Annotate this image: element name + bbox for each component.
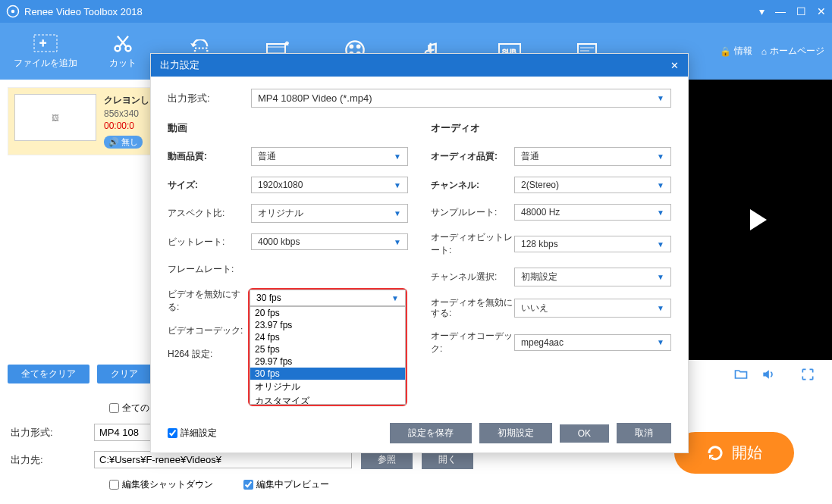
opt-25fps[interactable]: 25 fps	[250, 343, 405, 355]
save-settings-button[interactable]: 設定を保存	[390, 423, 472, 443]
framerate-dropdown: 30 fps▼ 20 fps 23.97 fps 24 fps 25 fps 2…	[248, 288, 407, 406]
aspect-select[interactable]: オリジナル▼	[251, 204, 408, 223]
cancel-button[interactable]: 取消	[617, 423, 671, 443]
audio-disable-select[interactable]: いいえ▼	[514, 299, 671, 318]
framerate-select[interactable]: 30 fps▼	[250, 290, 406, 306]
opt-custom[interactable]: カスタマイズ	[250, 394, 405, 405]
out-format-label: 出力形式:	[168, 92, 251, 105]
video-header: 動画	[168, 121, 408, 135]
opt-original[interactable]: オリジナル	[250, 380, 405, 394]
size-select[interactable]: 1920x1080▼	[251, 177, 408, 193]
audio-bitrate-select[interactable]: 128 kbps▼	[514, 236, 671, 252]
video-quality-select[interactable]: 普通▼	[251, 147, 408, 166]
advanced-checkbox[interactable]: 詳細設定	[168, 427, 217, 440]
audio-quality-select[interactable]: 普通▼	[514, 147, 671, 166]
audio-header: オーディオ	[431, 121, 671, 135]
dialog-close-button[interactable]: ✕	[670, 60, 679, 71]
opt-2997fps[interactable]: 29.97 fps	[250, 355, 405, 368]
channel-sel-select[interactable]: 初期設定▼	[514, 268, 671, 286]
reset-button[interactable]: 初期設定	[479, 423, 552, 443]
out-format-select[interactable]: MP4 1080P Video (*.mp4)▼	[251, 89, 671, 108]
opt-24fps[interactable]: 24 fps	[250, 331, 405, 343]
opt-2397fps[interactable]: 23.97 fps	[250, 319, 405, 331]
opt-30fps[interactable]: 30 fps	[250, 368, 405, 380]
channel-select[interactable]: 2(Stereo)▼	[514, 177, 671, 193]
framerate-options: 20 fps 23.97 fps 24 fps 25 fps 29.97 fps…	[250, 306, 406, 405]
output-settings-dialog: 出力設定 ✕ 出力形式: MP4 1080P Video (*.mp4)▼ 動画…	[150, 53, 689, 453]
dialog-title: 出力設定	[160, 58, 199, 72]
audio-codec-select[interactable]: mpeg4aac▼	[514, 334, 671, 351]
bitrate-select[interactable]: 4000 kbps▼	[251, 233, 408, 250]
opt-20fps[interactable]: 20 fps	[250, 307, 405, 319]
samplerate-select[interactable]: 48000 Hz▼	[514, 204, 671, 221]
ok-button[interactable]: OK	[560, 424, 609, 443]
